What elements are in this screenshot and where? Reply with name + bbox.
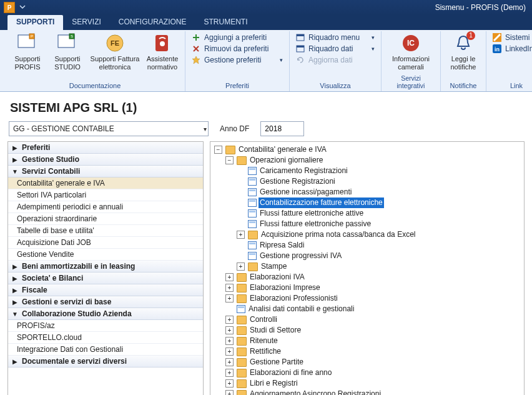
tree-item[interactable]: Gestione progressivi IVA [259, 251, 343, 261]
expand-icon[interactable]: + [225, 379, 234, 388]
leggi-notifiche-button[interactable]: Leggi le notifiche [446, 32, 481, 71]
tab-configurazione[interactable]: CONFIGURAZIONE [110, 15, 195, 30]
anno-label: Anno DF [220, 124, 249, 133]
document-icon [248, 220, 257, 228]
expand-icon[interactable]: + [225, 369, 234, 377]
expand-icon[interactable]: + [237, 262, 245, 271]
tree-spacer [237, 221, 245, 228]
tree-item[interactable]: Flussi fatture elettroniche passive [259, 219, 372, 229]
sidebar-section[interactable]: ▶Societa' e Bilanci [8, 272, 203, 284]
aggiungi-preferiti-button[interactable]: Aggiungi a preferiti [190, 32, 284, 42]
tree-item[interactable]: Elaborazioni Imprese [249, 282, 322, 293]
sidebar-item[interactable]: Acquisizione Dati JOB [8, 237, 203, 249]
sidebar-section-label: Documentale e servizi diversi [22, 357, 127, 366]
collapse-icon[interactable]: − [225, 156, 234, 164]
sidebar-item[interactable]: SPORTELLO.cloud [8, 332, 203, 344]
expand-icon[interactable]: + [225, 348, 234, 356]
sidebar-section[interactable]: ▶Gestione Studio [8, 154, 203, 166]
tree-item[interactable]: Gestione Partite [249, 357, 305, 368]
expand-icon[interactable]: + [225, 273, 234, 281]
sidebar-item[interactable]: Integrazione Dati con Gestionali [8, 344, 203, 356]
tree-item[interactable]: Rettifiche [249, 346, 282, 357]
qat-dropdown-icon[interactable] [19, 3, 27, 12]
folder-icon [237, 326, 247, 335]
tab-servizi[interactable]: SERVIZI [63, 15, 109, 30]
sidebar-section[interactable]: ▼Servizi Contabili [8, 166, 203, 178]
linkedin-link[interactable]: in LinkedIn [491, 44, 532, 54]
supporti-fe-button[interactable]: FE Supporti Fattura elettronica [90, 32, 140, 71]
tree-item[interactable]: Aggiornamento Asincrono Registrazioni [249, 389, 382, 395]
tree-item[interactable]: Analisi dati contabili e gestionali [247, 304, 355, 314]
riquadro-menu-button[interactable]: Riquadro menu ▾ [295, 32, 376, 42]
supporti-studio-button[interactable]: S Supporti STUDIO [50, 32, 85, 71]
tree-item[interactable]: Elaborazioni IVA [249, 272, 306, 282]
collapse-icon[interactable]: − [214, 146, 222, 154]
tab-supporti[interactable]: SUPPORTI [7, 15, 63, 30]
informazioni-camerali-button[interactable]: IC Informazioni camerali [387, 32, 435, 71]
anno-input[interactable] [260, 121, 304, 136]
tree-item[interactable]: Libri e Registri [249, 378, 299, 389]
tree-item[interactable]: Gestione incassi/pagamenti [259, 187, 353, 198]
tree-item[interactable]: Flussi fatture elettroniche attive [259, 208, 365, 219]
expand-icon[interactable]: + [225, 284, 234, 292]
sidebar-item[interactable]: Settori IVA particolari [8, 189, 203, 201]
expand-icon[interactable]: + [225, 358, 234, 366]
dropdown-icon: ▾ [372, 46, 375, 52]
sidebar-item[interactable]: Adempimenti periodici e annuali [8, 201, 203, 213]
supporti-profis-button[interactable]: P Supporti PROFIS [10, 32, 45, 71]
document-icon [237, 305, 245, 313]
chevron-right-icon: ▶ [12, 156, 18, 163]
sidebar-item[interactable]: Contabilita' generale e IVA [8, 178, 203, 189]
document-icon [248, 178, 257, 186]
expand-icon[interactable]: + [225, 390, 234, 395]
sidebar-item[interactable]: PROFIS/az [8, 320, 203, 332]
tree-item[interactable]: Operazioni giornaliere [249, 155, 324, 166]
expand-icon[interactable]: + [237, 231, 245, 239]
chevron-down-icon: ▼ [12, 311, 18, 318]
sidebar-item[interactable]: Gestione Vendite [8, 249, 203, 261]
tree-item[interactable]: Ritenute [249, 336, 279, 346]
sidebar-section[interactable]: ▼Collaborazione Studio Azienda [8, 308, 203, 320]
sidebar-item[interactable]: Operazioni straordinarie [8, 213, 203, 225]
expand-icon[interactable]: + [225, 326, 234, 334]
tree-item[interactable]: Studi di Settore [249, 325, 302, 336]
tree-item[interactable]: Gestione Registrazioni [259, 176, 337, 187]
sidebar-section[interactable]: ▶Documentale e servizi diversi [8, 356, 203, 368]
tree-item[interactable]: Controlli [249, 314, 278, 325]
tree-spacer [237, 199, 245, 206]
sidebar-item[interactable]: Tabelle di base e utilita' [8, 225, 203, 237]
tree-item[interactable]: Acquisizione prima nota cassa/banca da E… [260, 229, 416, 240]
sidebar-section-label: Fiscale [22, 286, 47, 294]
riquadro-dati-button[interactable]: Riquadro dati ▾ [295, 44, 376, 54]
tree-item[interactable]: Contabilita' generale e IVA [237, 144, 328, 155]
tab-strumenti[interactable]: STRUMENTI [195, 15, 256, 30]
sidebar-section[interactable]: ▶Preferiti [8, 142, 203, 154]
expand-icon[interactable]: + [225, 294, 234, 302]
sidebar-section[interactable]: ▶Gestioni e servizi di base [8, 296, 203, 308]
tree-item[interactable]: Elaborazioni Professionisti [249, 293, 339, 304]
tree-item[interactable]: Contabilizzazione fatture elettroniche [259, 198, 384, 208]
tree-item[interactable]: Caricamento Registrazioni [259, 166, 349, 176]
sidebar-section[interactable]: ▶Fiscale [8, 284, 203, 296]
sidebar-section-label: Gestioni e servizi di base [22, 298, 111, 306]
sidebar-section-label: Collaborazione Studio Azienda [22, 309, 132, 318]
assistente-normativo-button[interactable]: Assistente normativo [145, 32, 180, 71]
svg-text:S: S [71, 34, 73, 38]
expand-icon[interactable]: + [225, 316, 234, 324]
folder-icon [237, 348, 247, 356]
document-icon [248, 252, 257, 260]
tree-item[interactable]: Elaborazioni di fine anno [249, 368, 333, 378]
tree-item[interactable]: Ripresa Saldi [259, 240, 305, 251]
gestione-preferiti-button[interactable]: Gestione preferiti ▾ [190, 55, 284, 65]
refresh-icon [296, 56, 305, 64]
sistemi-icon [493, 33, 501, 42]
sidebar-section[interactable]: ▶Beni ammortizzabili e in leasing [8, 261, 203, 272]
group-title-documentazione: Documentazione [10, 81, 180, 91]
gestione-combo[interactable]: GG - GESTIONE CONTABILE ▾ [9, 121, 209, 136]
expand-icon[interactable]: + [225, 337, 234, 345]
sistemi-link[interactable]: Sistemi [491, 32, 532, 42]
gestione-combo-value: GG - GESTIONE CONTABILE [13, 124, 114, 133]
tree-item[interactable]: Stampe [260, 261, 288, 272]
rimuovi-preferiti-button[interactable]: Rimuovi da preferiti [190, 44, 284, 54]
filter-bar: GG - GESTIONE CONTABILE ▾ Anno DF [0, 121, 532, 141]
